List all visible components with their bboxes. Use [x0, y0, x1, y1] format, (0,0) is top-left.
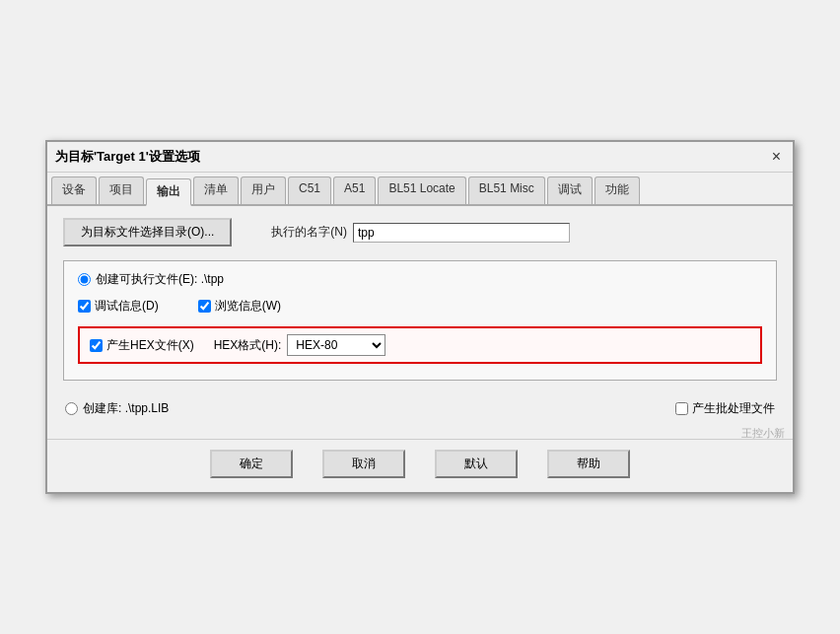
- browse-info-checkbox[interactable]: [198, 300, 211, 313]
- exec-label: 执行的名字(N): [271, 224, 347, 241]
- debug-info-col: 调试信息(D): [78, 298, 159, 315]
- batch-file-row: 产生批处理文件: [675, 400, 775, 417]
- default-button[interactable]: 默认: [435, 450, 518, 478]
- create-exec-radio[interactable]: [78, 273, 91, 286]
- watermark: 王控小新: [741, 426, 785, 441]
- top-row: 为目标文件选择目录(O)... 执行的名字(N): [63, 218, 777, 247]
- tab-output[interactable]: 输出: [146, 178, 191, 206]
- tab-user[interactable]: 用户: [241, 176, 286, 204]
- tab-listing[interactable]: 清单: [193, 176, 239, 204]
- tab-project[interactable]: 项目: [99, 176, 144, 204]
- browse-info-label: 浏览信息(W): [215, 298, 281, 315]
- close-button[interactable]: ×: [768, 148, 785, 166]
- info-checkboxes: 调试信息(D) 浏览信息(W): [78, 298, 762, 315]
- main-group: 创建可执行文件(E): .\tpp 调试信息(D) 浏览信息(W) 产生HEX文…: [63, 260, 777, 381]
- hex-file-row: 产生HEX文件(X) HEX格式(H): HEX-80 HEX-386: [78, 326, 762, 364]
- dialog-title: 为目标'Target 1'设置选项: [55, 148, 200, 166]
- bottom-section: 创建库: .\tpp.LIB 产生批处理文件: [63, 394, 777, 423]
- batch-file-checkbox[interactable]: [675, 402, 688, 415]
- hex-format-select[interactable]: HEX-80 HEX-386: [287, 334, 385, 356]
- batch-file-label: 产生批处理文件: [692, 400, 775, 417]
- tab-function[interactable]: 功能: [595, 176, 640, 204]
- tab-device[interactable]: 设备: [51, 176, 97, 204]
- hex-file-label: 产生HEX文件(X): [106, 337, 194, 354]
- browse-info-col: 浏览信息(W): [198, 298, 281, 315]
- tab-c51[interactable]: C51: [288, 176, 331, 204]
- main-dialog: 为目标'Target 1'设置选项 × 设备 项目 输出 清单 用户 C51 A…: [45, 140, 795, 494]
- hex-file-checkbox[interactable]: [90, 339, 103, 352]
- create-exec-row: 创建可执行文件(E): .\tpp: [78, 271, 762, 288]
- tab-a51[interactable]: A51: [333, 176, 376, 204]
- create-exec-label: 创建可执行文件(E): .\tpp: [96, 271, 224, 288]
- create-lib-row: 创建库: .\tpp.LIB: [65, 400, 169, 417]
- debug-info-label: 调试信息(D): [95, 298, 159, 315]
- hex-format-label: HEX格式(H):: [214, 337, 282, 354]
- dialog-footer: 确定 取消 默认 帮助: [47, 439, 793, 492]
- exec-input[interactable]: [353, 223, 570, 243]
- title-bar: 为目标'Target 1'设置选项 ×: [47, 142, 793, 173]
- create-lib-label: 创建库: .\tpp.LIB: [83, 400, 169, 417]
- tab-bl51-locate[interactable]: BL51 Locate: [378, 176, 465, 204]
- cancel-button[interactable]: 取消: [322, 450, 405, 478]
- ok-button[interactable]: 确定: [210, 450, 293, 478]
- select-dir-button[interactable]: 为目标文件选择目录(O)...: [63, 218, 232, 247]
- debug-info-checkbox[interactable]: [78, 300, 91, 313]
- help-button[interactable]: 帮助: [547, 450, 630, 478]
- tab-debug[interactable]: 调试: [547, 176, 593, 204]
- dialog-body: 为目标文件选择目录(O)... 执行的名字(N) 创建可执行文件(E): .\t…: [47, 206, 793, 439]
- tab-bl51-misc[interactable]: BL51 Misc: [468, 176, 545, 204]
- create-lib-radio[interactable]: [65, 402, 78, 415]
- tab-bar: 设备 项目 输出 清单 用户 C51 A51 BL51 Locate BL51 …: [47, 173, 793, 206]
